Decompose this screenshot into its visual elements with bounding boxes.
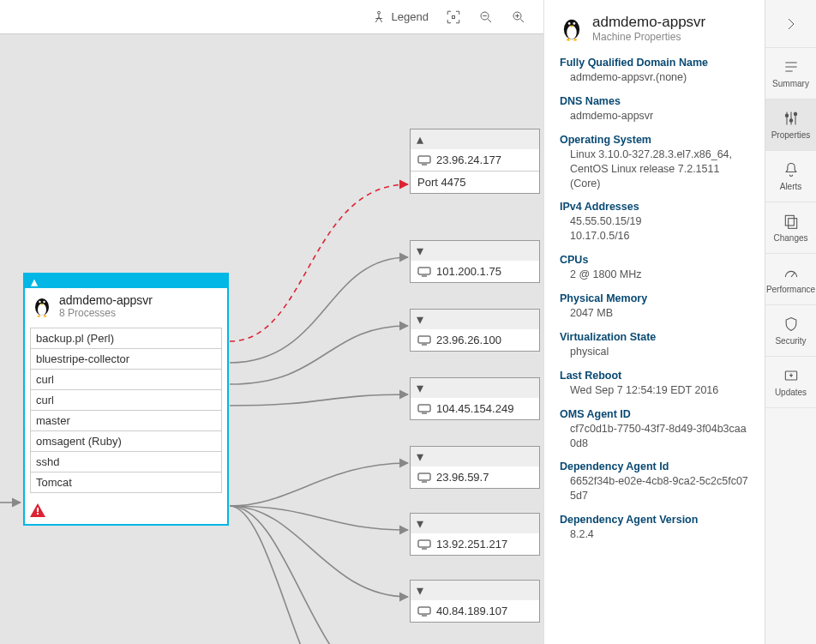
zoom-out-button[interactable]	[478, 9, 494, 25]
svg-rect-1	[453, 15, 455, 18]
process-item[interactable]: omsagent (Ruby)	[30, 430, 222, 452]
chevron-down-icon	[416, 380, 424, 396]
process-item[interactable]: curl	[30, 369, 222, 390]
target-toggle[interactable]	[411, 378, 539, 398]
target-ip: 23.96.26.100	[436, 334, 501, 346]
prop-key: Dependency Agent Id	[560, 460, 751, 472]
chevron-right-icon	[783, 16, 799, 32]
chevron-up-icon	[30, 274, 39, 290]
zoom-out-icon	[478, 9, 494, 25]
target-node[interactable]: 40.84.189.107	[410, 580, 540, 623]
rail-security[interactable]: Security	[765, 305, 816, 357]
legend-label: Legend	[392, 10, 429, 23]
rail-label: Security	[775, 336, 806, 346]
target-ip: 23.96.59.7	[436, 471, 489, 484]
target-toggle[interactable]	[411, 241, 539, 261]
process-item[interactable]: sshd	[30, 451, 222, 472]
target-ip: 104.45.154.249	[436, 402, 513, 415]
svg-rect-15	[418, 540, 430, 547]
machine-name: admdemo-appsvr	[59, 293, 153, 307]
machine-collapse-bar[interactable]	[25, 274, 227, 288]
zoom-in-icon	[511, 9, 526, 25]
legend-button[interactable]: Legend	[371, 9, 429, 25]
process-item[interactable]: backup.pl (Perl)	[30, 328, 222, 349]
target-node[interactable]: 23.96.59.7	[410, 446, 540, 489]
map-toolbar: Legend	[0, 0, 543, 34]
rail-changes[interactable]: Changes	[765, 202, 816, 254]
svg-rect-14	[418, 473, 430, 480]
monitor-icon	[417, 539, 431, 550]
rail-updates[interactable]: Updates	[765, 357, 816, 408]
rail-summary[interactable]: Summary	[765, 48, 816, 99]
chevron-down-icon	[416, 515, 424, 532]
svg-point-19	[568, 22, 571, 25]
prop-key: OMS Agent ID	[560, 408, 751, 420]
chevron-down-icon	[416, 448, 424, 465]
prop-key: Physical Memory	[560, 292, 751, 304]
target-port: Port 4475	[417, 176, 465, 189]
process-item[interactable]: master	[30, 410, 222, 431]
prop-val: Wed Sep 7 12:54:19 EDT 2016	[560, 383, 751, 398]
svg-point-6	[39, 301, 40, 303]
collapse-panel-button[interactable]	[765, 0, 816, 48]
svg-rect-10	[418, 156, 430, 163]
monitor-icon	[417, 155, 431, 166]
rail-performance[interactable]: Performance	[765, 254, 816, 305]
fit-button[interactable]	[446, 9, 461, 25]
prop-val: Linux 3.10.0-327.28.3.el7.x86_64, CentOS…	[560, 147, 751, 191]
prop-val: 2 @ 1800 MHz	[560, 268, 751, 282]
target-node[interactable]: 13.92.251.217	[410, 513, 540, 556]
rail-label: Changes	[773, 233, 807, 243]
sliders-icon	[783, 110, 800, 127]
svg-point-7	[43, 301, 45, 303]
monitor-icon	[417, 404, 431, 414]
prop-key: Dependency Agent Version	[560, 514, 751, 526]
svg-rect-8	[37, 508, 39, 512]
prop-key: DNS Names	[560, 95, 751, 107]
svg-point-5	[38, 304, 46, 316]
dependency-map-canvas[interactable]: admdemo-appsvr 8 Processes backup.pl (Pe…	[0, 34, 543, 644]
zoom-in-button[interactable]	[511, 9, 526, 25]
legend-icon	[371, 9, 387, 25]
prop-val: 8.2.4	[560, 527, 751, 542]
chevron-down-icon	[416, 582, 424, 599]
target-toggle[interactable]	[411, 514, 539, 533]
prop-val: 6652f34b-e02e-4cb8-9ca2-5c2c5fc075d7	[560, 474, 751, 503]
svg-rect-11	[418, 268, 430, 274]
prop-key: CPUs	[560, 254, 751, 266]
svg-point-21	[785, 114, 788, 117]
target-toggle[interactable]	[411, 447, 539, 466]
target-ip: 13.92.251.217	[436, 538, 507, 551]
rail-properties[interactable]: Properties	[765, 99, 816, 151]
target-node[interactable]: 101.200.1.75	[410, 240, 540, 283]
target-toggle[interactable]	[411, 581, 539, 600]
monitor-icon	[417, 606, 431, 617]
target-toggle[interactable]	[411, 129, 539, 149]
prop-key: Operating System	[560, 134, 751, 146]
rail-label: Properties	[771, 130, 811, 140]
monitor-icon	[417, 472, 431, 483]
process-item[interactable]: bluestripe-collector	[30, 348, 222, 370]
changes-icon	[783, 213, 800, 230]
target-node[interactable]: 23.96.26.100	[410, 309, 540, 352]
alert-icon[interactable]	[30, 503, 227, 521]
right-rail: Summary Properties Alerts Changes Perfor…	[765, 0, 816, 644]
process-item[interactable]: curl	[30, 389, 222, 411]
prop-val: admdemo-appsvr	[560, 109, 751, 123]
prop-val: 2047 MB	[560, 306, 751, 321]
bell-icon	[783, 161, 800, 178]
rail-alerts[interactable]: Alerts	[765, 151, 816, 202]
gauge-icon	[783, 264, 800, 281]
target-toggle[interactable]	[411, 310, 539, 329]
target-node[interactable]: 23.96.24.177 Port 4475	[410, 129, 540, 194]
shield-icon	[783, 316, 800, 333]
props-subtitle: Machine Properties	[592, 31, 705, 43]
machine-node-selected[interactable]: admdemo-appsvr 8 Processes backup.pl (Pe…	[23, 273, 229, 526]
svg-point-22	[789, 119, 792, 122]
target-node[interactable]: 104.45.154.249	[410, 377, 540, 420]
prop-key: Virtualization State	[560, 331, 751, 343]
prop-val: cf7c0d1b-7750-43f7-8d49-3f04b3caa0d8	[560, 422, 751, 451]
process-item[interactable]: Tomcat	[30, 472, 222, 493]
rail-label: Performance	[766, 285, 815, 294]
linux-icon	[32, 293, 52, 321]
